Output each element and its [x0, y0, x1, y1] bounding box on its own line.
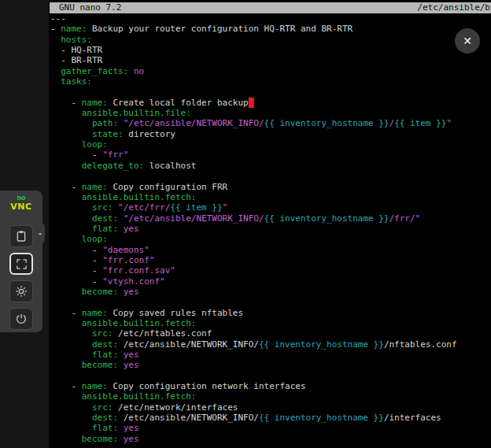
desktop-background: { "window": { "title_left": "GNU nano 7.…: [0, 0, 491, 448]
editor-line: src: /etc/nftables.conf: [50, 328, 491, 339]
editor-line: src: "/etc/frr/{{ item }}": [50, 202, 491, 213]
editor-line: - "vtysh.conf": [50, 276, 491, 287]
editor-line: become: yes: [50, 434, 491, 444]
editor-line: - name: Copy configuration FRR: [50, 182, 491, 192]
clipboard-icon: [15, 230, 28, 243]
editor-line: state: directory: [50, 129, 491, 139]
editor-line: - "frr.conf": [50, 255, 491, 265]
editor-line: gather_facts: no: [50, 66, 491, 76]
novnc-logo-main: VNC: [0, 202, 42, 211]
editor-line: ansible.builtin.fetch:: [50, 391, 491, 402]
nano-filename: /etc/ansible/b: [417, 2, 490, 13]
fullscreen-icon: [16, 258, 28, 270]
editor-line: tasks:: [50, 76, 491, 87]
novnc-logo: no VNC: [0, 191, 42, 216]
editor-line: - BR-RTR: [50, 55, 491, 65]
editor-line: dest: /etc/ansible/NETWORK_INFO/{{ inven…: [50, 413, 491, 423]
nano-title-bar: GNU nano 7.2 /etc/ansible/b: [50, 2, 491, 13]
editor-line: dest: "/etc/ansible/NETWORK_INFO/{{ inve…: [50, 213, 491, 224]
editor-line: become: yes: [50, 360, 491, 370]
editor-line: hosts:: [50, 35, 491, 45]
editor-line: src: /etc/network/interfaces: [50, 402, 491, 413]
close-icon: ✕: [463, 35, 472, 47]
editor-line: - name: Backup your router configuration…: [50, 24, 491, 34]
editor-line: - "frr.conf.sav": [50, 265, 491, 276]
editor-line: loop:: [50, 234, 491, 244]
editor-line: ansible.builtin.file:: [50, 108, 491, 118]
editor-line: [50, 87, 491, 97]
power-icon: [15, 313, 28, 325]
editor-line: loop:: [50, 139, 491, 150]
nano-version: GNU nano 7.2: [59, 2, 121, 13]
editor-line: - "frr": [50, 150, 491, 160]
editor-line: [50, 371, 491, 381]
clipboard-button[interactable]: [9, 225, 33, 247]
close-button[interactable]: ✕: [455, 28, 480, 54]
editor-line: flat: yes: [50, 350, 491, 360]
editor-line: ansible.builtin.fetch:: [50, 318, 491, 328]
editor-content[interactable]: ---- name: Backup your router configurat…: [50, 13, 491, 448]
fullscreen-button[interactable]: [9, 253, 33, 275]
settings-button[interactable]: [9, 280, 33, 302]
editor-line: - "daemons": [50, 245, 491, 255]
editor-line: - name: Copy saved rules nftables: [50, 308, 491, 318]
gear-icon: [15, 285, 28, 298]
editor-line: [50, 297, 491, 307]
text-cursor: █: [249, 98, 254, 108]
editor-line: ansible.builtin.fetch:: [50, 192, 491, 202]
control-bar-buttons: [0, 225, 42, 330]
editor-line: ---: [50, 13, 491, 24]
editor-line: delegate_to: localhost: [50, 161, 491, 171]
novnc-control-bar: no VNC ◂: [0, 191, 42, 332]
editor-line: flat: yes: [50, 423, 491, 433]
vnc-terminal-screen[interactable]: GNU nano 7.2 /etc/ansible/b ---- name: B…: [49, 0, 491, 448]
editor-line: become: yes: [50, 287, 491, 297]
editor-line: path: "/etc/ansible/NETWORK_INFO/{{ inve…: [50, 118, 491, 128]
editor-line: - name: Create local folder backup█: [50, 98, 491, 108]
editor-line: - HQ-RTR: [50, 45, 491, 55]
editor-line: dest: /etc/ansible/NETWORK_INFO/{{ inven…: [50, 339, 491, 350]
editor-line: flat: yes: [50, 224, 491, 234]
editor-line: - name: Copy configuration network inter…: [50, 381, 491, 391]
power-button[interactable]: [9, 308, 33, 330]
editor-line: [50, 171, 491, 181]
